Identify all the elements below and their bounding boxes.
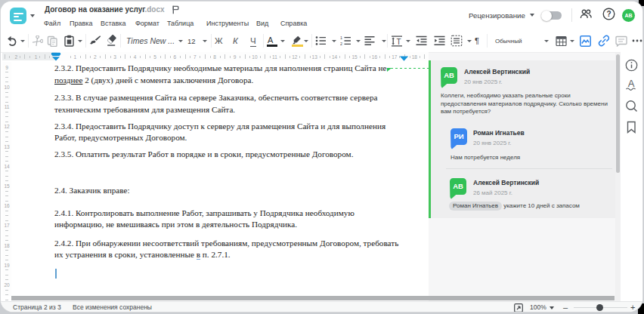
svg-text:1: 1	[340, 35, 342, 40]
svg-text:T: T	[397, 37, 401, 45]
svg-text:2: 2	[340, 42, 342, 46]
svg-text:?: ?	[606, 10, 611, 18]
svg-text:А: А	[628, 78, 635, 89]
